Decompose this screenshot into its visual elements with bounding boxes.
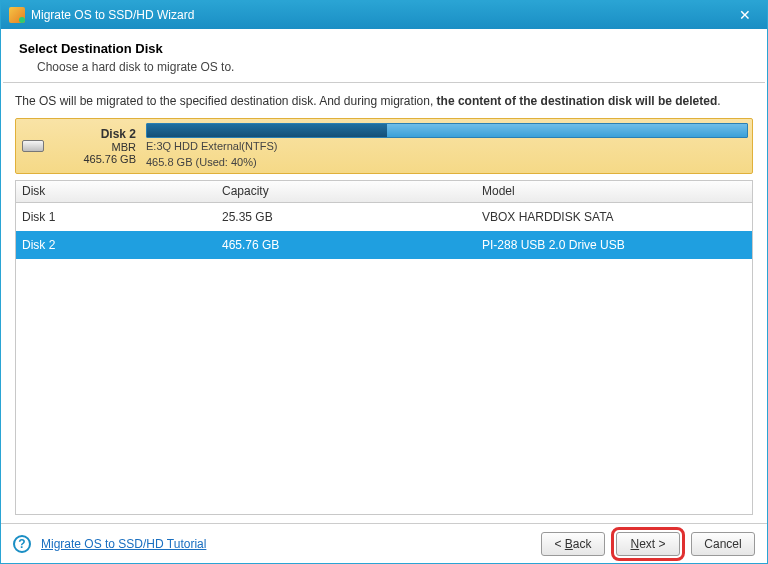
cell-disk: Disk 1 <box>16 210 216 224</box>
disk-usage-fill <box>147 124 387 138</box>
table-row[interactable]: Disk 2 465.76 GB PI-288 USB 2.0 Drive US… <box>16 231 752 259</box>
help-icon[interactable]: ? <box>13 535 31 553</box>
warning-bold: the content of the destination disk will… <box>437 94 718 108</box>
col-header-disk[interactable]: Disk <box>16 184 216 198</box>
wizard-window: Migrate OS to SSD/HD Wizard ✕ Select Des… <box>0 0 768 564</box>
disk-info-right: E:3Q HDD External(NTFS) 465.8 GB (Used: … <box>142 123 748 169</box>
disk-scheme: MBR <box>112 141 136 153</box>
page-title: Select Destination Disk <box>19 41 749 56</box>
cell-model: VBOX HARDDISK SATA <box>476 210 752 224</box>
next-highlight: Next > <box>611 527 685 561</box>
table-row[interactable]: Disk 1 25.35 GB VBOX HARDDISK SATA <box>16 203 752 231</box>
disk-info-left: Disk 2 MBR 465.76 GB <box>20 123 142 169</box>
col-header-model[interactable]: Model <box>476 184 752 198</box>
wizard-header: Select Destination Disk Choose a hard di… <box>1 29 767 82</box>
hdd-icon <box>22 140 44 152</box>
table-header: Disk Capacity Model <box>16 181 752 203</box>
col-header-capacity[interactable]: Capacity <box>216 184 476 198</box>
cell-capacity: 465.76 GB <box>216 238 476 252</box>
partition-label: E:3Q HDD External(NTFS) <box>146 140 748 153</box>
back-button[interactable]: < Back <box>541 532 605 556</box>
disk-size: 465.76 GB <box>83 153 136 165</box>
content-area: The OS will be migrated to the specified… <box>1 83 767 523</box>
disk-meta: Disk 2 MBR 465.76 GB <box>46 123 142 169</box>
cell-disk: Disk 2 <box>16 238 216 252</box>
page-subtitle: Choose a hard disk to migrate OS to. <box>37 60 749 74</box>
warning-text: The OS will be migrated to the specified… <box>15 93 753 110</box>
disk-icon-box <box>20 123 46 169</box>
next-button[interactable]: Next > <box>616 532 680 556</box>
close-icon[interactable]: ✕ <box>731 7 759 23</box>
cell-capacity: 25.35 GB <box>216 210 476 224</box>
app-icon <box>9 7 25 23</box>
disk-name: Disk 2 <box>101 127 136 141</box>
table-body: Disk 1 25.35 GB VBOX HARDDISK SATA Disk … <box>16 203 752 514</box>
titlebar: Migrate OS to SSD/HD Wizard ✕ <box>1 1 767 29</box>
warning-suffix: . <box>717 94 720 108</box>
footer: ? Migrate OS to SSD/HD Tutorial < Back N… <box>1 523 767 563</box>
cancel-button[interactable]: Cancel <box>691 532 755 556</box>
cell-model: PI-288 USB 2.0 Drive USB <box>476 238 752 252</box>
tutorial-link[interactable]: Migrate OS to SSD/HD Tutorial <box>41 537 206 551</box>
selected-disk-panel: Disk 2 MBR 465.76 GB E:3Q HDD External(N… <box>15 118 753 174</box>
disk-table: Disk Capacity Model Disk 1 25.35 GB VBOX… <box>15 180 753 515</box>
window-title: Migrate OS to SSD/HD Wizard <box>31 8 731 22</box>
disk-usage-bar <box>146 123 748 139</box>
partition-usage: 465.8 GB (Used: 40%) <box>146 156 748 169</box>
warning-pre: The OS will be migrated to the specified… <box>15 94 437 108</box>
